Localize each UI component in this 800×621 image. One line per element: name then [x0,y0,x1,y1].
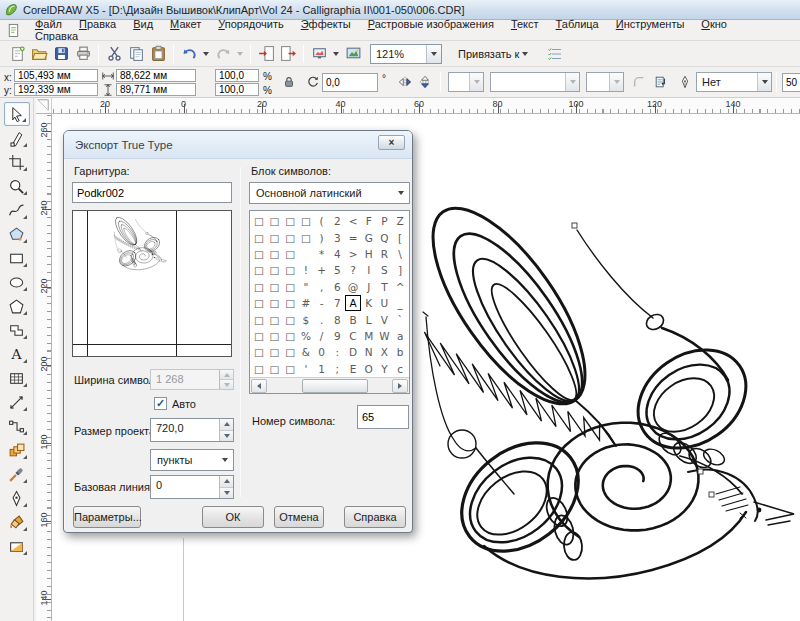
baseline-spinner[interactable]: 0 [150,475,234,499]
corner-style-combo[interactable] [448,72,484,92]
auto-checkbox[interactable]: ✓ Авто [154,397,196,410]
menu-item-table[interactable]: Таблица [556,18,599,30]
char-cell[interactable]: □ [267,213,283,229]
tool-crop[interactable] [4,150,30,174]
char-cell[interactable]: ) [314,229,330,245]
char-cell[interactable]: Y [377,361,393,377]
char-cell[interactable]: □ [298,229,314,245]
char-cell[interactable]: ' [298,361,314,377]
cancel-button[interactable]: Отмена [274,506,324,528]
char-cell[interactable]: □ [282,328,298,344]
char-cell[interactable]: U [377,295,393,311]
tool-outline-pen[interactable] [4,486,30,510]
welcome-screen-button[interactable] [342,43,364,65]
tool-pick[interactable] [4,102,30,126]
char-cell[interactable]: □ [251,328,267,344]
menu-item-bitmaps[interactable]: Растровые изображения [368,18,494,30]
tool-parallel-dimension[interactable] [4,390,30,414]
char-cell[interactable]: □ [282,262,298,278]
char-cell[interactable]: G [361,229,377,245]
scroll-thumb[interactable] [302,379,368,393]
char-cell[interactable]: N [361,344,377,360]
tool-smart-fill[interactable] [4,222,30,246]
char-cell[interactable]: c [392,361,408,377]
undo-button[interactable] [178,43,200,65]
print-button[interactable] [72,43,94,65]
char-cell[interactable]: 5 [329,262,345,278]
tool-polygon[interactable] [4,294,30,318]
char-cell[interactable]: 9 [329,328,345,344]
mirror-vertical-button[interactable] [418,75,432,89]
ruler-origin-box[interactable] [36,98,52,114]
char-cell[interactable]: J [361,279,377,295]
char-cell[interactable]: □ [251,295,267,311]
units-combo[interactable]: пункты [150,449,234,471]
char-cell[interactable]: □ [267,344,283,360]
menu-item-file[interactable]: Файл [35,18,62,30]
project-size-spinner[interactable]: 720,0 [150,418,234,442]
combo-arrow-icon[interactable] [426,45,441,63]
char-cell[interactable]: * [314,246,330,262]
char-cell[interactable]: a [392,328,408,344]
char-cell[interactable]: 0 [314,344,330,360]
char-cell[interactable]: ` [392,311,408,327]
tool-fill[interactable] [4,510,30,534]
tool-freehand[interactable] [4,198,30,222]
char-cell[interactable]: Q [377,229,393,245]
menu-item-text[interactable]: Текст [511,18,539,30]
menu-item-view[interactable]: Вид [133,18,153,30]
start-arrow-combo[interactable] [586,72,624,92]
outline-style-combo[interactable] [490,72,580,92]
char-cell[interactable]: [ [392,229,408,245]
char-cell[interactable]: : [329,344,345,360]
tool-color-eyedropper[interactable] [4,462,30,486]
char-cell[interactable]: X [377,344,393,360]
export-button[interactable] [277,43,299,65]
scale-width-input[interactable] [215,69,259,82]
char-cell[interactable]: % [298,328,314,344]
y-position-input[interactable] [14,83,98,96]
char-cell[interactable]: , [314,279,330,295]
tool-interactive-fill[interactable] [4,534,30,558]
scale-height-input[interactable] [215,83,259,96]
new-document-button[interactable] [6,43,28,65]
char-cell-selected[interactable]: A [345,295,361,311]
char-cell[interactable]: 6 [329,279,345,295]
char-cell[interactable]: K [361,295,377,311]
tool-ellipse[interactable] [4,270,30,294]
rotation-angle-input[interactable] [322,73,378,92]
object-width-input[interactable] [116,69,196,82]
help-button[interactable]: Справка [344,506,406,528]
tool-text[interactable]: A [4,342,30,366]
char-cell[interactable]: # [298,295,314,311]
char-cell[interactable]: T [377,279,393,295]
scroll-left-button[interactable] [251,379,267,393]
char-cell[interactable]: " [298,279,314,295]
char-cell[interactable]: □ [251,246,267,262]
char-cell[interactable]: O [361,361,377,377]
char-cell[interactable]: 4 [329,246,345,262]
char-cell[interactable]: S [377,262,393,278]
char-cell[interactable]: & [298,344,314,360]
open-button[interactable] [28,43,50,65]
char-cell[interactable]: - [314,295,330,311]
char-cell[interactable]: ; [329,361,345,377]
dialog-titlebar[interactable]: Экспорт True Type [64,131,412,159]
char-cell[interactable]: _ [392,295,408,311]
zoom-level-combo[interactable]: 121% [370,44,442,64]
char-cell[interactable]: L [361,311,377,327]
char-cell[interactable]: E [345,361,361,377]
char-cell[interactable]: / [314,328,330,344]
dropdown-arrow-icon[interactable] [522,52,528,56]
wrap-text-icon[interactable] [654,75,668,89]
window-titlebar[interactable]: CorelDRAW X5 - [D:\Дизайн Вышивок\КлипАр… [0,0,800,20]
char-cell[interactable]: . [314,311,330,327]
options-button[interactable]: Параметры... [73,506,141,528]
char-cell[interactable]: □ [251,344,267,360]
snap-to-dropdown[interactable]: Привязать к [458,46,555,62]
document-icon[interactable] [6,23,21,38]
tool-zoom[interactable] [4,174,30,198]
char-cell[interactable]: M [361,328,377,344]
char-cell[interactable]: W [377,328,393,344]
horizontal-ruler[interactable]: 20020406080100120140 [52,98,800,114]
